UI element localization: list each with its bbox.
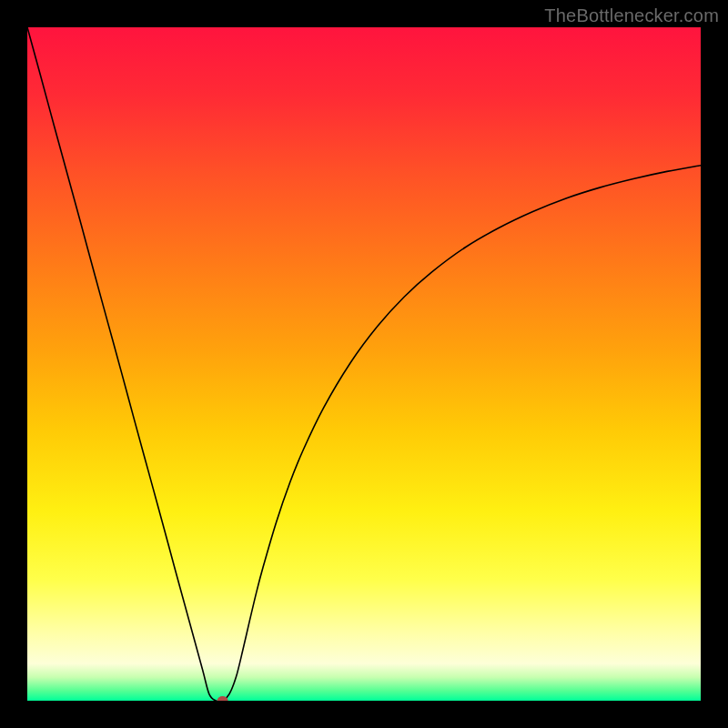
plot-area [27,27,701,701]
watermark-text: TheBottlenecker.com [544,5,719,26]
gradient-background [27,27,701,701]
chart-frame: TheBottlenecker.com [0,0,728,728]
chart-svg [27,27,701,701]
